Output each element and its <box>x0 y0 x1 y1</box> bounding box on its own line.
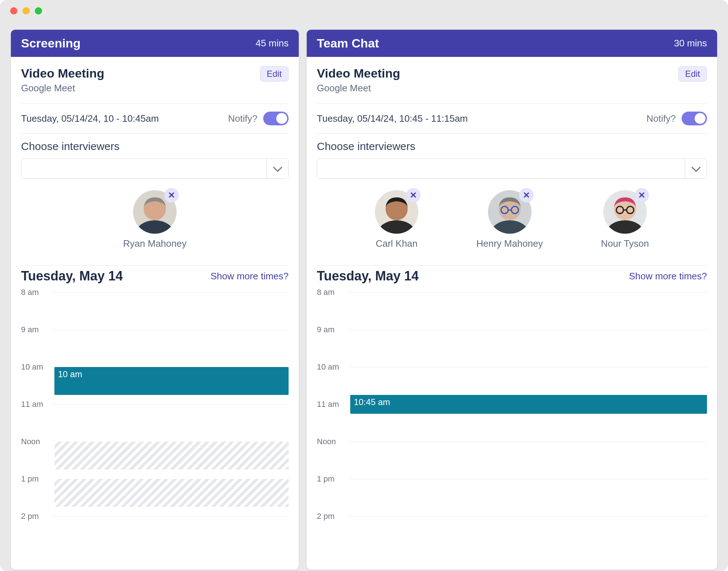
interviewer-name: Nour Tyson <box>601 238 649 249</box>
interviewer: ✕ Carl Khan <box>375 190 418 249</box>
hour-line <box>54 330 289 330</box>
interviewer-combo-input[interactable] <box>317 159 685 178</box>
hour-label: 10 am <box>317 362 339 372</box>
divider <box>21 265 289 266</box>
hour-label: 11 am <box>317 400 339 409</box>
notify-label: Notify? <box>646 113 676 124</box>
time-range: Tuesday, 05/14/24, 10:45 - 11:15am <box>317 113 468 124</box>
hour-label: 2 pm <box>317 512 335 521</box>
remove-interviewer-button[interactable]: ✕ <box>164 188 179 203</box>
hour-line <box>350 330 707 330</box>
notify-wrap: Notify? <box>228 112 289 125</box>
window-zoom-dot[interactable] <box>35 7 42 14</box>
window-close-dot[interactable] <box>10 7 17 14</box>
timeline-grid: 10 am <box>54 292 289 516</box>
interviewers-row: ✕ Ryan Mahoney <box>21 179 289 265</box>
event-block[interactable]: 10:45 am <box>350 395 707 414</box>
titlebar <box>0 0 728 22</box>
meeting-provider: Google Meet <box>317 83 400 94</box>
show-more-times-link[interactable]: Show more times? <box>629 271 707 282</box>
card-header: Team Chat 30 mins <box>307 30 717 57</box>
event-time-label: 10:45 am <box>354 397 390 407</box>
interviewers-row: ✕ Carl Khan ✕ Henry Mahoney <box>317 179 707 265</box>
time-labels: 8 am9 am10 am11 amNoon1 pm2 pm <box>21 292 54 516</box>
hour-label: 8 am <box>317 288 335 297</box>
close-icon: ✕ <box>638 191 645 200</box>
time-range: Tuesday, 05/14/24, 10 - 10:45am <box>21 113 159 124</box>
meeting-row: Video Meeting Google Meet Edit <box>317 66 707 103</box>
time-labels: 8 am9 am10 am11 amNoon1 pm2 pm <box>317 292 350 516</box>
hour-line <box>350 367 707 367</box>
hour-label: 1 pm <box>317 474 335 484</box>
edit-button[interactable]: Edit <box>678 66 707 82</box>
remove-interviewer-button[interactable]: ✕ <box>406 188 421 203</box>
avatar-wrap: ✕ <box>603 190 647 234</box>
card-title: Team Chat <box>317 36 379 50</box>
remove-interviewer-button[interactable]: ✕ <box>634 188 649 203</box>
busy-block <box>54 442 289 470</box>
interviewer-combo-toggle[interactable] <box>685 159 707 178</box>
cards-row: Screening 45 mins Video Meeting Google M… <box>0 22 728 570</box>
hour-line <box>350 516 707 517</box>
hour-label: 9 am <box>21 325 39 334</box>
remove-interviewer-button[interactable]: ✕ <box>519 188 534 203</box>
notify-toggle[interactable] <box>682 112 707 125</box>
interviewer-combo[interactable] <box>21 158 289 179</box>
hour-line <box>350 479 707 479</box>
interviewer-combo-input[interactable] <box>21 159 266 178</box>
schedule-card: Screening 45 mins Video Meeting Google M… <box>11 30 299 570</box>
time-row: Tuesday, 05/14/24, 10:45 - 11:15am Notif… <box>317 104 707 133</box>
close-icon: ✕ <box>168 191 175 200</box>
card-body: Video Meeting Google Meet Edit Tuesday, … <box>11 57 299 570</box>
window-minimize-dot[interactable] <box>22 7 30 14</box>
hour-label: 1 pm <box>21 474 39 484</box>
timeline: 8 am9 am10 am11 amNoon1 pm2 pm10 am <box>21 292 289 516</box>
notify-label: Notify? <box>228 113 257 124</box>
schedule-card: Team Chat 30 mins Video Meeting Google M… <box>307 30 717 570</box>
hour-line <box>54 404 289 405</box>
card-duration: 30 mins <box>674 38 707 49</box>
hour-line <box>54 292 289 293</box>
avatar-wrap: ✕ <box>488 190 531 234</box>
schedule-date-title: Tuesday, May 14 <box>21 268 123 284</box>
divider <box>21 133 289 134</box>
hour-label: 10 am <box>21 362 43 372</box>
hour-label: 2 pm <box>21 512 39 521</box>
meeting-row: Video Meeting Google Meet Edit <box>21 66 289 103</box>
hour-line <box>54 516 289 517</box>
hour-line <box>350 292 707 293</box>
avatar-wrap: ✕ <box>133 190 177 234</box>
choose-interviewers-label: Choose interviewers <box>21 140 289 153</box>
time-row: Tuesday, 05/14/24, 10 - 10:45am Notify? <box>21 104 289 133</box>
interviewer-name: Carl Khan <box>376 238 418 249</box>
edit-button[interactable]: Edit <box>260 66 289 82</box>
notify-wrap: Notify? <box>646 112 707 125</box>
meeting-title: Video Meeting <box>317 66 400 80</box>
close-icon: ✕ <box>410 191 417 200</box>
schedule-header: Tuesday, May 14 Show more times? <box>317 268 707 284</box>
hour-label: Noon <box>317 437 336 446</box>
hour-line <box>350 442 707 442</box>
chevron-down-icon <box>691 163 700 172</box>
meeting-title: Video Meeting <box>21 66 104 80</box>
avatar-wrap: ✕ <box>375 190 418 234</box>
show-more-times-link[interactable]: Show more times? <box>211 271 289 282</box>
interviewer: ✕ Nour Tyson <box>601 190 649 249</box>
event-block[interactable]: 10 am <box>54 367 289 395</box>
notify-toggle[interactable] <box>263 112 289 125</box>
schedule-header: Tuesday, May 14 Show more times? <box>21 268 289 284</box>
interviewer-combo-toggle[interactable] <box>266 159 288 178</box>
card-body: Video Meeting Google Meet Edit Tuesday, … <box>307 57 717 570</box>
divider <box>317 265 707 266</box>
interviewer: ✕ Henry Mahoney <box>476 190 543 249</box>
interviewer-name: Henry Mahoney <box>476 238 543 249</box>
hour-label: 11 am <box>21 400 43 409</box>
choose-interviewers-label: Choose interviewers <box>317 140 707 153</box>
hour-label: 8 am <box>21 288 39 297</box>
timeline-grid: 10:45 am <box>350 292 707 516</box>
meeting-provider: Google Meet <box>21 83 104 94</box>
event-time-label: 10 am <box>58 369 82 379</box>
interviewer: ✕ Ryan Mahoney <box>123 190 187 249</box>
interviewer-combo[interactable] <box>317 158 707 179</box>
timeline: 8 am9 am10 am11 amNoon1 pm2 pm10:45 am <box>317 292 707 516</box>
